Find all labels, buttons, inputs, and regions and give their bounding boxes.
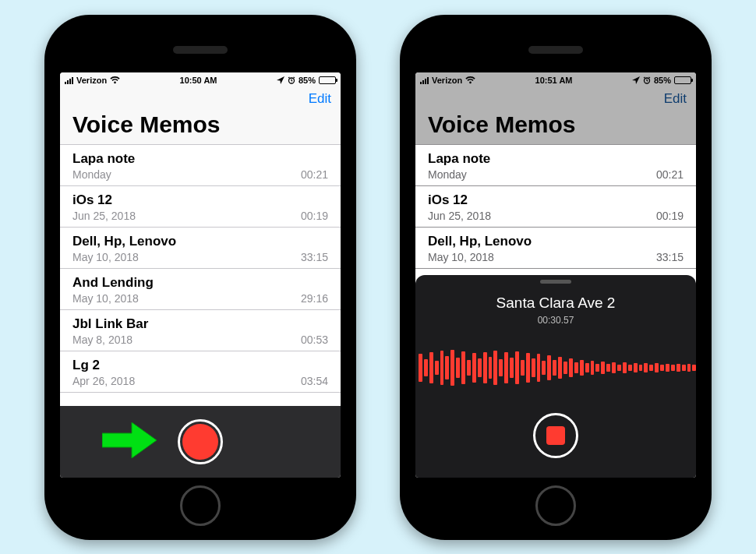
memo-duration: 00:19 — [656, 210, 684, 222]
wifi-icon — [110, 76, 120, 84]
memo-date: Jun 25, 2018 — [72, 210, 136, 222]
memo-duration: 00:21 — [656, 168, 684, 181]
memo-name: Jbl Link Bar — [72, 316, 328, 332]
phone-left: Verizon 10:50 AM 85% Edit Voice Memos — [44, 15, 356, 540]
memo-duration: 29:16 — [301, 292, 328, 305]
memo-duration: 00:53 — [301, 333, 328, 346]
nav-bar: Edit — [415, 88, 696, 107]
stop-record-button[interactable] — [533, 413, 578, 458]
record-dot-icon — [182, 424, 218, 460]
memo-date: May 10, 2018 — [72, 292, 139, 305]
memo-duration: 33:15 — [656, 251, 684, 263]
memo-duration: 33:15 — [301, 251, 328, 263]
edit-button[interactable]: Edit — [664, 91, 687, 107]
stop-square-icon — [546, 426, 565, 445]
nav-bar: Edit — [60, 88, 341, 107]
recording-name: Santa Clara Ave 2 — [496, 295, 616, 312]
edit-button[interactable]: Edit — [309, 91, 331, 107]
wifi-icon — [465, 76, 475, 84]
memo-row[interactable]: iOs 12Jun 25, 201800:19 — [415, 186, 696, 228]
speaker-grill — [173, 46, 228, 54]
memo-name: Lg 2 — [72, 358, 328, 373]
memo-name: iOs 12 — [72, 192, 328, 208]
home-button[interactable] — [180, 485, 221, 526]
screen-right: Verizon 10:51 AM 85% Edit Voice Memos — [415, 72, 696, 478]
status-time: 10:51 AM — [535, 76, 573, 85]
memo-name: Dell, Hp, Lenovo — [428, 234, 684, 249]
location-icon — [277, 76, 284, 84]
carrier-name: Verizon — [432, 76, 462, 85]
memo-date: May 10, 2018 — [428, 251, 494, 263]
battery-icon — [674, 76, 691, 84]
memo-date: May 8, 2018 — [72, 333, 132, 346]
memo-name: And Lending — [72, 275, 328, 291]
memo-row[interactable]: Lapa noteMonday00:21 — [60, 145, 341, 186]
memo-duration: 00:19 — [301, 210, 328, 222]
memo-row[interactable]: Dell, Hp, LenovoMay 10, 201833:15 — [415, 228, 696, 269]
carrier-name: Verizon — [76, 76, 107, 85]
alarm-icon — [643, 76, 651, 84]
waveform — [415, 346, 696, 390]
page-title: Voice Memos — [60, 107, 341, 145]
record-bar — [60, 406, 341, 478]
memo-row[interactable]: Dell, Hp, LenovoMay 10, 201833:15 — [60, 228, 341, 269]
home-button[interactable] — [535, 485, 576, 526]
memo-row[interactable]: Lapa noteMonday00:21 — [415, 145, 696, 186]
signal-bars-icon — [65, 76, 73, 84]
status-time: 10:50 AM — [180, 76, 217, 85]
status-bar: Verizon 10:51 AM 85% — [415, 72, 696, 88]
screen-left: Verizon 10:50 AM 85% Edit Voice Memos — [60, 72, 341, 478]
memo-duration: 00:21 — [301, 168, 328, 181]
battery-pct: 85% — [654, 76, 671, 85]
memo-date: Apr 26, 2018 — [72, 375, 135, 387]
memo-name: Dell, Hp, Lenovo — [72, 234, 328, 249]
memo-date: May 10, 2018 — [72, 251, 139, 263]
memo-row[interactable]: And LendingMay 10, 201829:16 — [60, 269, 341, 310]
recording-sheet[interactable]: Santa Clara Ave 2 00:30.57 — [415, 275, 696, 478]
memo-date: Jun 25, 2018 — [428, 210, 491, 222]
alarm-icon — [288, 76, 295, 84]
phone-right: Verizon 10:51 AM 85% Edit Voice Memos — [400, 15, 712, 540]
page-title: Voice Memos — [415, 107, 696, 145]
memo-row[interactable]: Lg 2Apr 26, 201803:54 — [60, 351, 341, 393]
memo-name: Lapa note — [72, 151, 328, 167]
recording-elapsed: 00:30.57 — [538, 315, 574, 326]
memo-date: Monday — [428, 168, 467, 181]
memo-name: Lapa note — [428, 151, 684, 167]
speaker-grill — [528, 46, 583, 54]
signal-bars-icon — [420, 76, 429, 84]
memo-row[interactable]: Jbl Link BarMay 8, 201800:53 — [60, 310, 341, 351]
memo-date: Monday — [72, 168, 111, 181]
memo-duration: 03:54 — [301, 375, 328, 387]
memo-row[interactable]: iOs 12Jun 25, 201800:19 — [60, 186, 341, 228]
status-bar: Verizon 10:50 AM 85% — [60, 72, 341, 88]
annotation-arrow-icon — [102, 422, 157, 461]
memo-list[interactable]: Lapa noteMonday00:21iOs 12Jun 25, 201800… — [60, 145, 341, 406]
battery-pct: 85% — [299, 76, 316, 85]
sheet-grabber[interactable] — [540, 280, 571, 284]
location-icon — [632, 76, 640, 84]
record-button[interactable] — [178, 419, 223, 464]
battery-icon — [319, 76, 336, 84]
memo-name: iOs 12 — [428, 192, 684, 208]
